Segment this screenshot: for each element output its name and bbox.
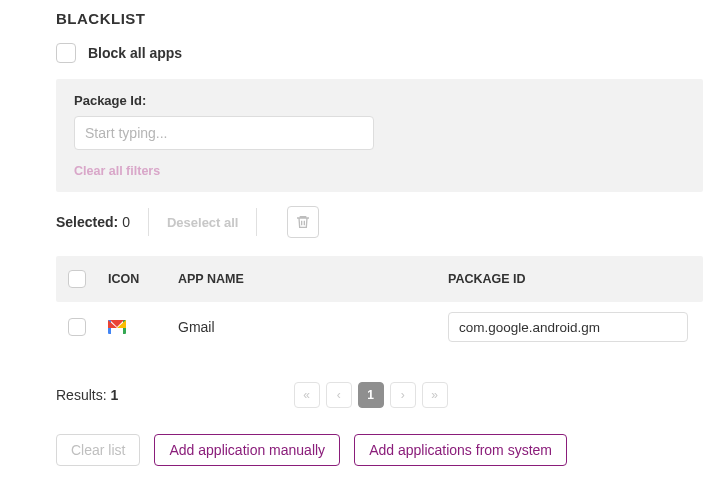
pager-next-button[interactable]: › [390, 382, 416, 408]
block-all-checkbox[interactable] [56, 43, 76, 63]
col-icon-header: ICON [108, 272, 178, 286]
package-id-field[interactable] [448, 312, 688, 342]
row-checkbox[interactable] [68, 318, 86, 336]
chevron-double-right-icon: » [431, 388, 438, 402]
col-name-header: APP NAME [178, 272, 448, 286]
section-title: BLACKLIST [56, 10, 703, 27]
results-text: Results: 1 [56, 387, 118, 403]
add-application-manually-button[interactable]: Add application manually [154, 434, 340, 466]
table-header: ICON APP NAME PACKAGE ID [56, 256, 703, 302]
trash-icon [295, 214, 311, 230]
selected-label: Selected: 0 [56, 214, 130, 230]
table-row: Gmail [56, 302, 703, 352]
block-all-row: Block all apps [56, 43, 703, 63]
pager: « ‹ 1 › » [294, 382, 448, 408]
app-name-cell: Gmail [178, 319, 448, 335]
delete-selected-button[interactable] [287, 206, 319, 238]
action-row: Clear list Add application manually Add … [56, 434, 703, 466]
pager-last-button[interactable]: » [422, 382, 448, 408]
filter-label: Package Id: [74, 93, 685, 108]
col-pkg-header: PACKAGE ID [448, 272, 691, 286]
add-applications-from-system-button[interactable]: Add applications from system [354, 434, 567, 466]
package-id-input[interactable] [74, 116, 374, 150]
pager-page-1[interactable]: 1 [358, 382, 384, 408]
block-all-label[interactable]: Block all apps [88, 45, 182, 61]
selection-bar: Selected: 0 Deselect all [56, 206, 703, 238]
divider [148, 208, 149, 236]
chevron-left-icon: ‹ [337, 388, 341, 402]
results-label: Results: [56, 387, 107, 403]
chevron-right-icon: › [401, 388, 405, 402]
divider [256, 208, 257, 236]
results-count: 1 [110, 387, 118, 403]
selected-count: 0 [122, 214, 130, 230]
pager-prev-button[interactable]: ‹ [326, 382, 352, 408]
selected-label-text: Selected: [56, 214, 118, 230]
clear-list-button[interactable]: Clear list [56, 434, 140, 466]
chevron-double-left-icon: « [303, 388, 310, 402]
deselect-all-link[interactable]: Deselect all [167, 215, 239, 230]
filter-panel: Package Id: Clear all filters [56, 79, 703, 192]
clear-filters-link[interactable]: Clear all filters [74, 164, 160, 178]
gmail-icon [108, 320, 126, 334]
pager-first-button[interactable]: « [294, 382, 320, 408]
results-pager-row: Results: 1 « ‹ 1 › » [56, 382, 703, 408]
select-all-checkbox[interactable] [68, 270, 86, 288]
